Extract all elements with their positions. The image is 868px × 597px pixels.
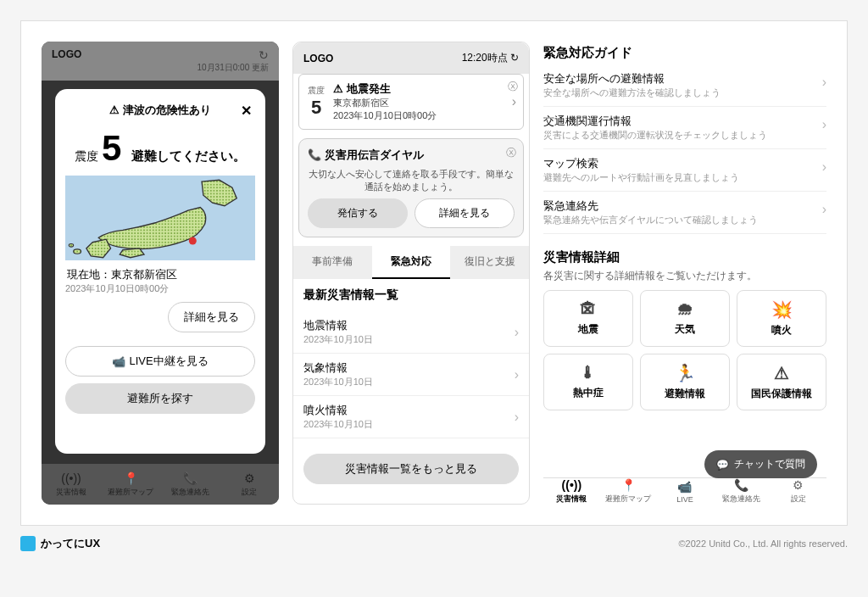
guide-evacuation[interactable]: 安全な場所への避難情報安全な場所への避難方法を確認しましょう›: [543, 64, 826, 107]
dengon-desc: 大切な人へ安心して連絡を取る手段です。簡単な通話を始めましょう。: [308, 168, 515, 193]
chevron-right-icon: ›: [515, 367, 519, 382]
chevron-right-icon: ›: [515, 325, 519, 340]
guide-heading: 緊急対応ガイド: [543, 42, 826, 64]
copyright: ©2022 Unitd Co., Ltd. All rights reserve…: [679, 538, 848, 549]
phone-mockup-2: LOGO 12:20時点 ↻ 震度5 地震発生 東京都新宿区 2023年10月1…: [292, 42, 530, 505]
tab-contact[interactable]: 📞緊急連絡先: [713, 478, 770, 505]
tsunami-modal: 津波の危険性あり ✕ 震度 5 避難してください。: [55, 89, 265, 454]
tab-disaster[interactable]: ((•))災害情報: [543, 478, 600, 505]
chevron-right-icon: ›: [822, 75, 826, 90]
close-icon[interactable]: ⓧ: [506, 146, 516, 160]
phone-mockup-1: LOGO ↻10月31日0:00 更新 ((•))災害情報 📍避難所マップ 📞緊…: [42, 42, 279, 505]
grid-heatstroke[interactable]: 🌡熱中症: [543, 354, 633, 410]
grid-evac[interactable]: 🏃避難情報: [640, 354, 730, 410]
earthquake-icon: 🏚: [580, 299, 597, 319]
current-location: 現在地：東京都新宿区: [65, 260, 255, 282]
list-item[interactable]: 地震情報2023年10月10日›: [293, 311, 529, 354]
chevron-right-icon: ›: [512, 94, 516, 109]
tab-settings[interactable]: ⚙設定: [770, 478, 826, 505]
alert-location: 東京都新宿区: [333, 97, 437, 109]
tab-disaster[interactable]: ((•))災害情報: [42, 464, 101, 505]
live-button[interactable]: 📹 LIVE中継を見る: [65, 346, 255, 377]
alert-time: 2023年10月10日0時00分: [333, 109, 437, 122]
list-item[interactable]: 噴火情報2023年10月10日›: [293, 396, 529, 438]
tab-map[interactable]: 📍避難所マップ: [600, 478, 657, 505]
svg-point-3: [69, 244, 73, 248]
grid-earthquake[interactable]: 🏚地震: [543, 290, 633, 347]
chevron-right-icon: ›: [822, 159, 826, 175]
close-icon[interactable]: ✕: [241, 103, 252, 119]
snapshot-time: 12:20時点: [462, 52, 508, 64]
japan-map: [65, 176, 255, 260]
eruption-icon: 💥: [771, 299, 793, 320]
level-label: 震度: [308, 85, 325, 97]
logo: LOGO: [303, 53, 333, 64]
chevron-right-icon: ›: [822, 202, 826, 217]
tab-contact[interactable]: 📞緊急連絡先: [160, 464, 220, 505]
list-item[interactable]: 気象情報2023年10月10日›: [293, 354, 529, 396]
detail-sub: 各災害に関する詳細情報をご覧いただけます。: [543, 269, 826, 283]
tab-emergency[interactable]: 緊急対応: [372, 246, 451, 279]
level-number: 5: [308, 97, 325, 119]
guide-panel: 緊急対応ガイド 安全な場所への避難情報安全な場所への避難方法を確認しましょう› …: [543, 42, 826, 505]
dengon-title: 災害用伝言ダイヤル: [325, 148, 424, 161]
page-footer: かってにUX ©2022 Unitd Co., Ltd. All rights …: [20, 526, 848, 561]
tab-settings[interactable]: ⚙設定: [220, 464, 279, 505]
close-icon[interactable]: ⓧ: [508, 80, 518, 94]
phone1-tabbar: ((•))災害情報 📍避難所マップ 📞緊急連絡先 ⚙設定: [42, 464, 279, 505]
detail-heading: 災害情報詳細: [543, 246, 826, 269]
grid-weather[interactable]: 🌧天気: [640, 290, 730, 347]
chevron-right-icon: ›: [822, 117, 826, 132]
more-button[interactable]: 災害情報一覧をもっと見る: [303, 454, 519, 484]
shelter-button[interactable]: 避難所を探す: [65, 383, 255, 414]
logo: LOGO: [52, 48, 81, 74]
rain-icon: 🌧: [676, 299, 693, 319]
tab-prepare[interactable]: 事前準備: [293, 246, 372, 279]
modal-title: 津波の危険性あり: [109, 103, 211, 118]
list-heading: 最新災害情報一覧: [293, 279, 529, 311]
call-button[interactable]: 発信する: [308, 198, 408, 228]
updated-time: 10月31日0:00 更新: [198, 63, 270, 72]
phase-tabs: 事前準備 緊急対応 復旧と支援: [293, 246, 529, 279]
phone1-header: LOGO ↻10月31日0:00 更新: [42, 42, 279, 81]
panel3-tabbar: ((•))災害情報 📍避難所マップ 📹LIVE 📞緊急連絡先 ⚙設定: [543, 477, 826, 505]
tab-live[interactable]: 📹LIVE: [657, 478, 714, 505]
detail-button[interactable]: 詳細を見る: [168, 302, 255, 332]
grid-civil[interactable]: ⚠国民保護情報: [737, 354, 826, 410]
level-label: 震度: [75, 149, 98, 163]
level-number: 5: [102, 128, 121, 168]
guide-map[interactable]: マップ検索避難先へのルートや行動計画を見直しましょう›: [543, 149, 826, 192]
chevron-right-icon: ›: [515, 410, 519, 425]
timestamp: 2023年10月10日0時00分: [65, 282, 255, 295]
earthquake-alert-card[interactable]: 震度5 地震発生 東京都新宿区 2023年10月10日0時00分 ⓧ ›: [298, 74, 524, 130]
tab-recovery[interactable]: 復旧と支援: [450, 246, 529, 279]
chat-fab[interactable]: 💬 チャットで質問: [704, 450, 817, 478]
evacuation-message: 避難してください。: [131, 148, 246, 165]
grid-eruption[interactable]: 💥噴火: [737, 290, 826, 347]
brand-name: かってにUX: [41, 536, 100, 551]
thermometer-icon: 🌡: [580, 363, 597, 382]
guide-transport[interactable]: 交通機関運行情報災害による交通機関の運転状況をチェックしましょう›: [543, 107, 826, 149]
dengon-card: ⓧ 📞 災害用伝言ダイヤル 大切な人へ安心して連絡を取る手段です。簡単な通話を始…: [298, 138, 524, 237]
guide-contact[interactable]: 緊急連絡先緊急連絡先や伝言ダイヤルについて確認しましょう›: [543, 192, 826, 234]
svg-point-2: [74, 249, 81, 254]
svg-point-4: [189, 237, 197, 245]
run-icon: 🏃: [675, 363, 696, 383]
detail-button[interactable]: 詳細を見る: [415, 198, 515, 228]
tab-map[interactable]: 📍避難所マップ: [101, 464, 160, 505]
alert-title: 地震発生: [333, 81, 437, 97]
brand-icon: [20, 536, 36, 551]
warning-icon: ⚠: [774, 363, 789, 383]
